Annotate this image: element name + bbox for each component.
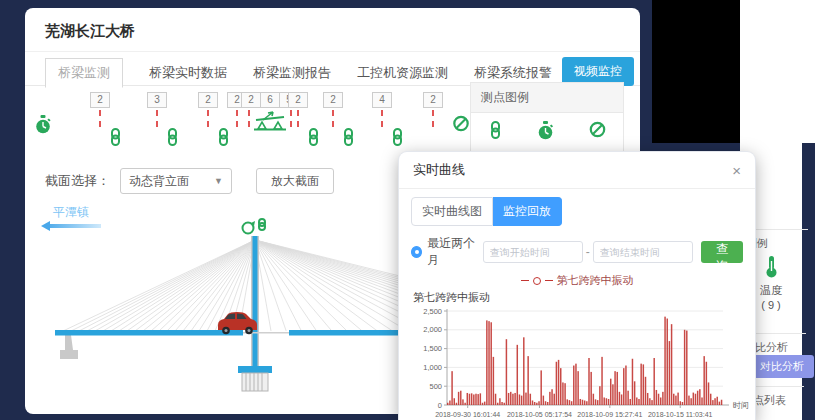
sensor-group[interactable]: 2 (323, 92, 343, 146)
svg-text:1,000: 1,000 (423, 363, 442, 372)
sensor-count-badges: 2 (90, 92, 110, 108)
chain-sensor-icon (391, 128, 404, 146)
modal-body: 实时曲线图 监控回放 最近两个月 - 查询 第七跨跨中振动 第七跨跨中振动 05… (399, 189, 755, 420)
sensor-group[interactable]: 2 (90, 92, 110, 146)
sensor-group[interactable]: 2 (198, 92, 218, 146)
tab-system-alarm[interactable]: 桥梁系统报警 (474, 64, 552, 82)
sensor-dash-line (207, 110, 209, 127)
tab-realtime-data[interactable]: 桥梁实时数据 (149, 64, 227, 82)
bridge-tower (253, 236, 258, 368)
modal-title: 实时曲线 (413, 161, 465, 179)
svg-text:2,500: 2,500 (423, 307, 442, 316)
chart-title: 第七跨跨中振动 (413, 290, 743, 305)
sensor-dash-line (156, 110, 158, 127)
bearing-sensor-icon (253, 111, 287, 131)
chain-sensor-icon (217, 128, 230, 146)
tab-bar: 桥梁监测 桥梁实时数据 桥梁监测报告 工控机资源监测 桥梁系统报警 视频监控 (25, 52, 640, 86)
section-select-value: 动态背立面 (129, 173, 189, 190)
sensor-count-badges: 3 (147, 92, 167, 108)
sensor-dash-line (332, 110, 334, 127)
sensor-group[interactable]: 3 (147, 92, 167, 146)
query-controls: 最近两个月 - 查询 (411, 235, 743, 269)
ban-icon (589, 121, 606, 138)
sensor-count-badges: 2 (288, 92, 308, 108)
sensor-count-badge: 6 (261, 92, 280, 108)
chain-sensor-icon (109, 128, 122, 146)
backdrop-black (652, 0, 740, 143)
section-select[interactable]: 动态背立面 ▼ (120, 168, 232, 194)
vibration-chart: 05001,0001,5002,0002,5002018-09-30 16:01… (411, 305, 751, 420)
sensor-group[interactable]: 2 (423, 92, 443, 127)
sensor-count-badge: 2 (241, 92, 261, 108)
svg-text:2018-09-30 16:01:44: 2018-09-30 16:01:44 (435, 411, 500, 418)
page-title: 芜湖长江大桥 (25, 8, 640, 52)
chain-sensor-icon (342, 128, 355, 146)
modal-header: 实时曲线 × (399, 152, 755, 189)
tab-monitoring-report[interactable]: 桥梁监测报告 (253, 64, 331, 82)
tab-realtime-curve-chart[interactable]: 实时曲线图 (411, 197, 493, 226)
legend-panel-title: 测点图例 (471, 83, 623, 113)
sensor-count-badge: 2 (323, 92, 343, 108)
caret-down-icon: ▼ (214, 176, 223, 186)
tab-monitor-playback[interactable]: 监控回放 (493, 197, 562, 226)
sensor-count-badge: 3 (147, 92, 167, 108)
enlarge-section-button[interactable]: 放大截面 (256, 168, 334, 194)
svg-text:2,000: 2,000 (423, 325, 442, 334)
svg-text:0: 0 (438, 401, 442, 410)
sensor-dash-line (297, 110, 299, 127)
chart-legend[interactable]: 第七跨跨中振动 (411, 273, 743, 288)
legend-series-label: 第七跨跨中振动 (557, 273, 634, 288)
sensor-dash-line (381, 110, 383, 127)
realtime-curve-modal: 实时曲线 × 实时曲线图 监控回放 最近两个月 - 查询 第七跨跨中振动 第七跨… (399, 152, 755, 420)
sensor-group[interactable] (35, 114, 52, 135)
close-icon[interactable]: × (732, 163, 741, 178)
range-separator: - (586, 245, 590, 259)
sensor-count-badge: 4 (372, 92, 392, 108)
tab-bridge-monitoring[interactable]: 桥梁监测 (45, 58, 123, 88)
svg-text:2018-10-05 05:17:54: 2018-10-05 05:17:54 (507, 411, 572, 418)
legend-line-icon (521, 280, 529, 281)
svg-text:500: 500 (429, 382, 442, 391)
stopwatch-icon (537, 121, 554, 141)
sensor-group[interactable]: 2 (288, 92, 308, 146)
modal-tab-group: 实时曲线图 监控回放 (411, 197, 743, 226)
radio-last-two-months[interactable] (411, 246, 422, 258)
chain-sensor-icon (307, 128, 320, 146)
svg-text:时间: 时间 (733, 401, 749, 410)
tower-foundation (238, 366, 272, 391)
svg-text:2018-10-15 11:03:41: 2018-10-15 11:03:41 (648, 411, 713, 418)
tab-ipc-resource[interactable]: 工控机资源监测 (357, 64, 448, 82)
section-select-label: 截面选择： (45, 172, 110, 190)
ban-icon (453, 115, 470, 132)
sensor-count-badges: 4 (372, 92, 392, 108)
sensor-count-badge: 2 (90, 92, 110, 108)
query-start-time-input[interactable] (483, 241, 583, 263)
sensor-dash-line (99, 110, 101, 127)
svg-text:2018-10-09 15:27:41: 2018-10-09 15:27:41 (577, 411, 642, 418)
sensor-dash-line (236, 110, 238, 127)
sensor-count-badges: 2 (198, 92, 218, 108)
query-end-time-input[interactable] (593, 241, 693, 263)
backdrop-white-panel-top (740, 0, 815, 143)
legend-panel-icons (471, 113, 623, 145)
sensor-dash-line (432, 110, 434, 127)
sensor-dash-line (248, 110, 250, 127)
thermometer-icon (765, 255, 778, 279)
sensor-group[interactable]: 4 (372, 92, 392, 146)
stopwatch-icon (35, 115, 52, 135)
bridge-deck-left (55, 330, 243, 336)
sensor-count-badges: 2 (423, 92, 443, 108)
tower-top-sensor-icons[interactable] (243, 219, 266, 234)
query-button[interactable]: 查询 (701, 241, 743, 263)
legend-line-icon (545, 280, 553, 281)
sensor-count-badge: 2 (423, 92, 443, 108)
radio-label: 最近两个月 (427, 235, 483, 269)
sensor-count-badge: 2 (288, 92, 308, 108)
legend-circle-icon (533, 277, 541, 285)
compare-analysis-button[interactable]: 对比分析 (750, 355, 814, 378)
svg-text:1,500: 1,500 (423, 344, 442, 353)
sensor-group[interactable] (453, 114, 470, 132)
chain-sensor-icon (489, 121, 502, 139)
sensor-count-badge: 2 (198, 92, 218, 108)
legend-panel: 测点图例 (470, 82, 624, 154)
